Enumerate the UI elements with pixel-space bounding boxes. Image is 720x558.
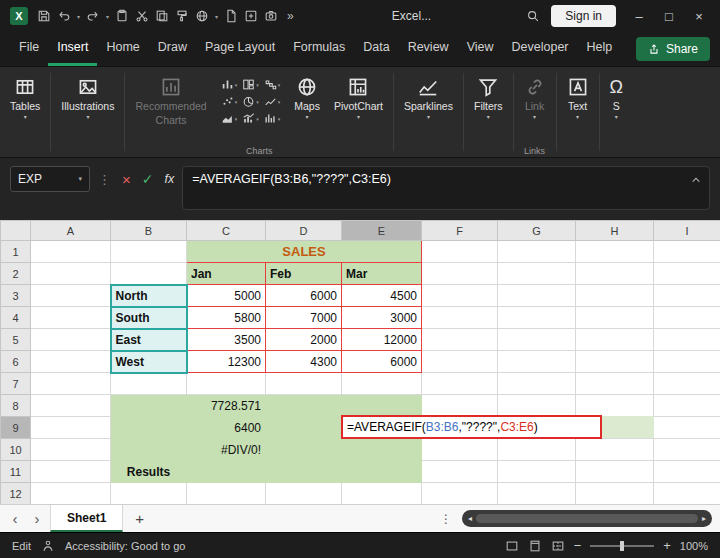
row-header-4[interactable]: 4 bbox=[1, 307, 31, 329]
cell-b10[interactable] bbox=[111, 439, 187, 461]
cell-i4[interactable] bbox=[654, 307, 720, 329]
tab-view[interactable]: View bbox=[458, 32, 503, 66]
cell-f6[interactable] bbox=[422, 351, 498, 373]
cell-g3[interactable] bbox=[498, 285, 576, 307]
save-icon[interactable] bbox=[34, 5, 54, 27]
undo-icon[interactable] bbox=[54, 5, 74, 27]
col-header-d[interactable]: D bbox=[266, 221, 342, 241]
cell-b12[interactable] bbox=[111, 483, 187, 505]
tables-button[interactable]: Tables▾ bbox=[3, 69, 47, 123]
cell-c11[interactable] bbox=[187, 461, 266, 483]
illustrations-button[interactable]: Illustrations▾ bbox=[54, 69, 121, 123]
cell-a6[interactable] bbox=[31, 351, 111, 373]
row-header-2[interactable]: 2 bbox=[1, 263, 31, 285]
horizontal-scrollbar[interactable]: ◂ ▸ bbox=[462, 510, 712, 527]
cell-c6[interactable]: 12300 bbox=[187, 351, 266, 373]
line-chart-icon[interactable]: ▾ bbox=[264, 95, 281, 108]
cell-h7[interactable] bbox=[576, 373, 654, 395]
cell-a10[interactable] bbox=[31, 439, 111, 461]
cell-e12[interactable] bbox=[342, 483, 422, 505]
cell-d4[interactable]: 7000 bbox=[266, 307, 342, 329]
add-sheet-icon[interactable]: + bbox=[127, 510, 152, 527]
cell-f12[interactable] bbox=[422, 483, 498, 505]
cell-g6[interactable] bbox=[498, 351, 576, 373]
col-header-c[interactable]: C bbox=[187, 221, 266, 241]
accessibility-status[interactable]: Accessibility: Good to go bbox=[65, 540, 185, 552]
formula-input[interactable]: =AVERAGEIF(B3:B6,"????",C3:E6) bbox=[182, 166, 710, 210]
name-box-dropdown-icon[interactable]: ▾ bbox=[78, 175, 82, 183]
cell-a9[interactable] bbox=[31, 417, 111, 439]
row-header-5[interactable]: 5 bbox=[1, 329, 31, 351]
cell-f4[interactable] bbox=[422, 307, 498, 329]
cell-c7[interactable] bbox=[187, 373, 266, 395]
cell-i6[interactable] bbox=[654, 351, 720, 373]
cell-a7[interactable] bbox=[31, 373, 111, 395]
cell-g12[interactable] bbox=[498, 483, 576, 505]
cell-g7[interactable] bbox=[498, 373, 576, 395]
cell-a5[interactable] bbox=[31, 329, 111, 351]
cell-f5[interactable] bbox=[422, 329, 498, 351]
col-header-e[interactable]: E bbox=[342, 221, 422, 241]
sheet-nav-right-icon[interactable]: › bbox=[28, 510, 46, 527]
tab-insert[interactable]: Insert bbox=[48, 32, 97, 66]
link-button[interactable]: Link▾ bbox=[517, 69, 553, 123]
cell-f2[interactable] bbox=[422, 263, 498, 285]
sheet-nav-left-icon[interactable]: ‹ bbox=[6, 510, 24, 527]
cell-e8[interactable] bbox=[342, 395, 422, 417]
scrollbar-thumb[interactable] bbox=[476, 514, 698, 523]
column-chart-icon[interactable]: ▾ bbox=[221, 78, 238, 91]
cell-a4[interactable] bbox=[31, 307, 111, 329]
cell-a2[interactable] bbox=[31, 263, 111, 285]
cell-a3[interactable] bbox=[31, 285, 111, 307]
cell-i3[interactable] bbox=[654, 285, 720, 307]
row-header-11[interactable]: 11 bbox=[1, 461, 31, 483]
col-header-a[interactable]: A bbox=[31, 221, 111, 241]
tab-page-layout[interactable]: Page Layout bbox=[196, 32, 284, 66]
cut-scissors-icon[interactable] bbox=[132, 5, 152, 27]
cell-h8[interactable] bbox=[576, 395, 654, 417]
row-header-8[interactable]: 8 bbox=[1, 395, 31, 417]
cell-d6[interactable]: 4300 bbox=[266, 351, 342, 373]
cell-i12[interactable] bbox=[654, 483, 720, 505]
cell-h12[interactable] bbox=[576, 483, 654, 505]
area-chart-icon[interactable]: ▾ bbox=[221, 112, 238, 125]
cell-c2-jan[interactable]: Jan bbox=[187, 263, 266, 285]
col-header-f[interactable]: F bbox=[422, 221, 498, 241]
cell-c1-sales-title[interactable]: SALES bbox=[187, 241, 422, 263]
col-header-h[interactable]: H bbox=[576, 221, 654, 241]
cell-d2-feb[interactable]: Feb bbox=[266, 263, 342, 285]
pivotchart-button[interactable]: PivotChart▾ bbox=[327, 69, 390, 123]
cell-b3-north[interactable]: North bbox=[111, 285, 187, 307]
cell-e4[interactable]: 3000 bbox=[342, 307, 422, 329]
cell-g5[interactable] bbox=[498, 329, 576, 351]
confirm-entry-icon[interactable]: ✓ bbox=[142, 171, 154, 187]
cell-b4-south[interactable]: South bbox=[111, 307, 187, 329]
zoom-out-button[interactable]: − bbox=[574, 538, 582, 553]
scroll-left-icon[interactable]: ◂ bbox=[468, 514, 472, 523]
col-header-g[interactable]: G bbox=[498, 221, 576, 241]
waterfall-chart-icon[interactable]: ▾ bbox=[264, 78, 281, 91]
cell-f3[interactable] bbox=[422, 285, 498, 307]
normal-view-icon[interactable] bbox=[505, 539, 519, 553]
cell-b6-west[interactable]: West bbox=[111, 351, 187, 373]
cell-i10[interactable] bbox=[654, 439, 720, 461]
row-header-6[interactable]: 6 bbox=[1, 351, 31, 373]
formula-bar-grip-icon[interactable]: ⋮ bbox=[98, 172, 111, 187]
recommended-charts-button[interactable]: RecommendedCharts bbox=[128, 69, 213, 128]
cell-b7[interactable] bbox=[111, 373, 187, 395]
select-all-button[interactable] bbox=[1, 221, 31, 241]
sheet-tab-sheet1[interactable]: Sheet1 bbox=[50, 505, 123, 532]
cell-d5[interactable]: 2000 bbox=[266, 329, 342, 351]
row-header-12[interactable]: 12 bbox=[1, 483, 31, 505]
sparklines-button[interactable]: Sparklines▾ bbox=[397, 69, 460, 123]
tab-formulas[interactable]: Formulas bbox=[284, 32, 354, 66]
cell-f10[interactable] bbox=[422, 439, 498, 461]
cell-g2[interactable] bbox=[498, 263, 576, 285]
cell-f8[interactable] bbox=[422, 395, 498, 417]
cell-h4[interactable] bbox=[576, 307, 654, 329]
filters-button[interactable]: Filters▾ bbox=[467, 69, 510, 123]
cell-c8-average[interactable]: 7728.571 bbox=[187, 395, 266, 417]
cell-i1[interactable] bbox=[654, 241, 720, 263]
tab-home[interactable]: Home bbox=[97, 32, 148, 66]
cell-b1[interactable] bbox=[111, 241, 187, 263]
